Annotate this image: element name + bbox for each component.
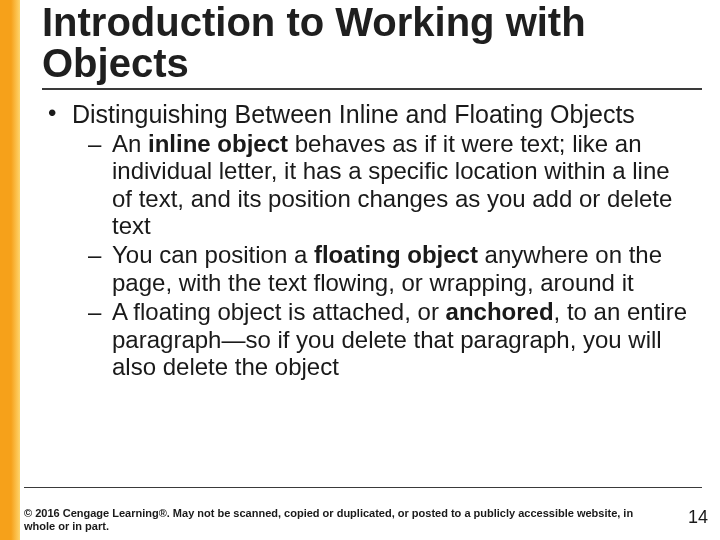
dash-icon: – xyxy=(88,298,112,380)
text-bold: inline object xyxy=(148,130,295,157)
text-run: A floating object is attached, or xyxy=(112,298,446,325)
copyright-text: © 2016 Cengage Learning®. May not be sca… xyxy=(24,507,660,535)
list-item: – You can position a floating object any… xyxy=(88,241,696,296)
lvl2-text: You can position a floating object anywh… xyxy=(112,241,696,296)
slide: Introduction to Working with Objects • D… xyxy=(0,0,720,540)
lvl2-text: A floating object is attached, or anchor… xyxy=(112,298,696,380)
list-item: – An inline object behaves as if it were… xyxy=(88,130,696,239)
lvl1-text: Distinguishing Between Inline and Floati… xyxy=(72,100,635,128)
bullet-icon: • xyxy=(48,100,72,128)
text-bold: anchored xyxy=(446,298,554,325)
lvl2-text: An inline object behaves as if it were t… xyxy=(112,130,696,239)
body-content: • Distinguishing Between Inline and Floa… xyxy=(48,100,696,380)
dash-icon: – xyxy=(88,241,112,296)
text-bold: floating object xyxy=(314,241,485,268)
text-run: You can position a xyxy=(112,241,314,268)
title-underline xyxy=(42,88,702,90)
page-number: 14 xyxy=(688,507,708,528)
footer-rule xyxy=(24,487,702,488)
accent-stripe xyxy=(0,0,20,540)
list-item: – A floating object is attached, or anch… xyxy=(88,298,696,380)
slide-title: Introduction to Working with Objects xyxy=(42,2,702,84)
text-run: An xyxy=(112,130,148,157)
dash-icon: – xyxy=(88,130,112,239)
sub-list: – An inline object behaves as if it were… xyxy=(88,130,696,380)
list-item: • Distinguishing Between Inline and Floa… xyxy=(48,100,696,128)
title-block: Introduction to Working with Objects xyxy=(42,2,702,98)
